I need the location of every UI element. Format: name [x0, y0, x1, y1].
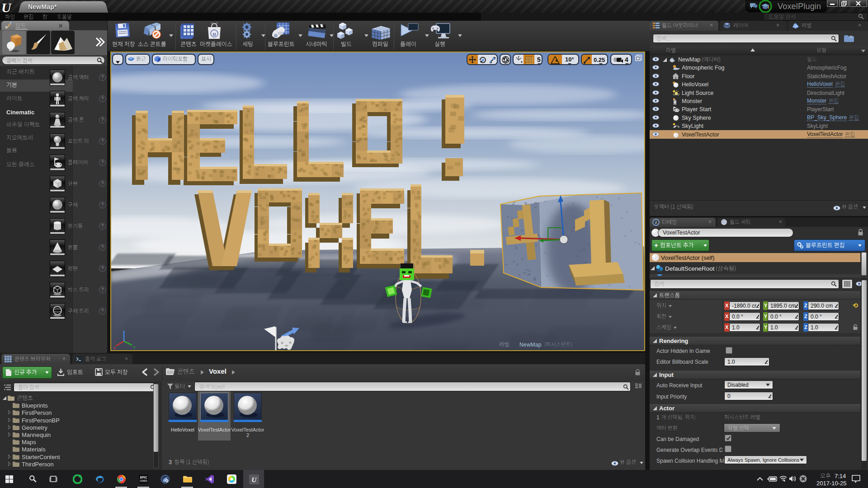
- svg-text:?: ?: [101, 287, 104, 292]
- svg-text:Y: Y: [133, 345, 136, 350]
- svg-text:?: ?: [101, 75, 104, 80]
- svg-text:?: ?: [101, 117, 104, 122]
- svg-text:?: ?: [101, 309, 104, 314]
- svg-text:?: ?: [101, 202, 104, 207]
- svg-text:u: u: [212, 30, 216, 37]
- svg-text:?: ?: [101, 160, 104, 165]
- svg-text:U: U: [252, 476, 257, 483]
- svg-text:?: ?: [101, 266, 104, 271]
- svg-text:EPIC: EPIC: [140, 476, 147, 479]
- svg-text:X: X: [113, 346, 116, 351]
- svg-text:?: ?: [101, 139, 104, 144]
- svg-text:?: ?: [101, 224, 104, 229]
- svg-text:4: 4: [166, 479, 168, 482]
- svg-text:?: ?: [101, 245, 104, 250]
- svg-text:?: ?: [101, 96, 104, 101]
- svg-text:?: ?: [101, 181, 104, 186]
- svg-text:i: i: [655, 220, 657, 225]
- svg-text:GAMES: GAMES: [140, 480, 147, 482]
